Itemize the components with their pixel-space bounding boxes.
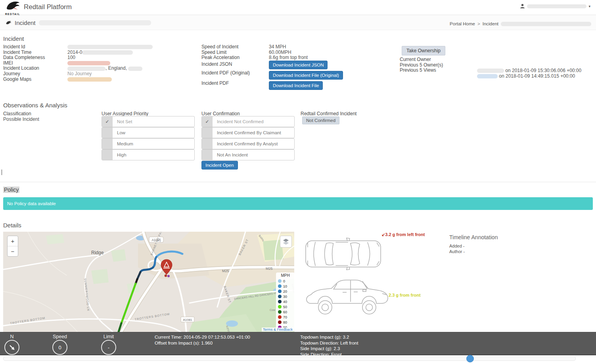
confirmation-option-analyst[interactable]: Incident Confirmed By Analyst [201, 138, 295, 149]
legend-swatch [278, 305, 282, 309]
compass-arrow-icon [8, 343, 16, 351]
ownership-labels: Current Owner Previous 5 Owner(s) Previo… [400, 57, 443, 73]
confirmation-option-not-confirmed[interactable]: ✓ Incident Not Confirmed [201, 116, 295, 127]
incident-id-label: Incident Id [3, 44, 45, 50]
current-owner-label: Current Owner [400, 57, 443, 63]
download-incident-file-original-button[interactable]: Download Incident File (Original) [269, 71, 343, 80]
legend-label: 50 [283, 305, 287, 309]
map-label-a1081: A1081 [183, 318, 192, 322]
legend-label: 40 [283, 300, 287, 304]
checkbox-icon [102, 150, 113, 160]
confirmation-option-label: Incident Confirmed By Analyst [217, 141, 278, 146]
speed-limit-label: Speed Limit [201, 50, 240, 55]
zoom-out-button[interactable]: − [8, 246, 18, 256]
redtail-logo[interactable]: REDTAIL TELEMATICS [5, 1, 21, 17]
car-side-diagram [305, 278, 392, 316]
checkbox-icon [202, 150, 213, 160]
topdown-direction-value: Topdown Direction: Left front [300, 340, 358, 346]
journey-label: Journey [3, 71, 45, 77]
priority-option-high[interactable]: High [102, 149, 195, 160]
legend-row: 60 [276, 309, 294, 314]
redtail-bird-icon [5, 1, 20, 11]
no-policy-alert-text: No Policy data available [7, 201, 56, 206]
priority-option-medium[interactable]: Medium [102, 138, 195, 149]
legend-label: 60 [283, 310, 287, 314]
download-incident-file-button[interactable]: Download Incident File [269, 81, 323, 90]
previous-views-list: on 2018-01-09 15:30:06.006 +00:00 on 201… [477, 68, 581, 79]
limit-gauge-value: - [101, 340, 116, 355]
playback-bar: N 124° Speed 0 MPH Limit - MPH Current T… [0, 332, 596, 355]
map-layers-button[interactable] [280, 236, 292, 248]
confirmation-option-claimant[interactable]: Incident Confirmed By Claimant [201, 127, 295, 138]
peak-acceleration-label: Peak Acceleration [201, 55, 240, 61]
speed-legend-title: MPH [276, 273, 294, 278]
legend-swatch [278, 320, 282, 324]
incident-mid-values: 34 MPH 60.00MPH 8.6g from top front [269, 44, 308, 61]
compass-gauge: N 124° [3, 334, 21, 358]
timeline-added: Added - [449, 243, 465, 249]
user-icon [520, 4, 525, 9]
app-title: Redtail Platform [24, 3, 72, 11]
legend-label: 80 [283, 320, 287, 324]
incident-field-values: 2014-0 100 , England, No Journey [67, 44, 153, 82]
topdown-impact-value: Topdown Impact (g): 3.2 [300, 334, 358, 340]
legend-label: 20 [283, 290, 287, 293]
legend-swatch [278, 315, 282, 319]
priority-option-label: Low [117, 130, 125, 135]
map-label-cow: Cow [270, 309, 276, 311]
user-menu[interactable]: ▾ [520, 4, 590, 9]
location-part1-redacted [67, 67, 105, 71]
incident-open-button[interactable]: Incident Open [201, 161, 238, 170]
previous-views-label: Previous 5 Views [400, 68, 443, 73]
checkbox-icon [102, 139, 113, 149]
data-completeness-label: Data Completeness [3, 55, 45, 61]
view-timestamp: on 2018-01-09 14:49:15.015 +00:00 [499, 73, 575, 79]
redtail-platform-page: REDTAIL TELEMATICS Redtail Platform ▾ In… [0, 0, 596, 364]
download-incident-json-button[interactable]: Download Incident JSON [269, 61, 328, 69]
legend-row: 80 [276, 320, 294, 325]
incident-time-redacted [82, 50, 133, 55]
legend-label: 70 [283, 315, 287, 319]
speed-of-incident-label: Speed of Incident [201, 44, 240, 50]
map-label-m25: M25 [222, 269, 229, 273]
map-label-a1081-badge: A1081 [181, 317, 194, 322]
priority-option-low[interactable]: Low [102, 127, 195, 138]
confirmation-option-label: Incident Not Confirmed [217, 119, 264, 124]
take-ownership-button[interactable]: Take Ownership [402, 46, 445, 55]
checkbox-checked-icon: ✓ [102, 116, 113, 127]
topdown-impact-annotation: ↙3.2 g from left front [381, 232, 425, 237]
priority-option-not-set[interactable]: ✓ Not Set [102, 116, 195, 127]
legend-label: 0 [283, 279, 285, 283]
viewer-name-redacted [477, 69, 504, 73]
timeline-author: Author - [449, 249, 465, 254]
incident-map[interactable]: Ridge A1(M) M25 M25 BARNET BY PASS SUMME… [3, 232, 294, 332]
current-time-text: Current Time: 2014-05-29 07:12:53.053 +0… [155, 334, 250, 340]
zoom-in-button[interactable]: + [8, 236, 18, 246]
checkbox-checked-icon: ✓ [202, 116, 213, 127]
location-part2-redacted [128, 67, 142, 71]
legend-row: 50 [276, 304, 294, 309]
priority-option-label: Not Set [117, 119, 132, 124]
timeline-slider-track[interactable] [3, 356, 576, 361]
google-maps-link-redacted[interactable] [67, 77, 112, 82]
legend-swatch [278, 310, 282, 314]
checkbox-icon [202, 139, 213, 149]
incident-json-label: Incident JSON [201, 61, 232, 67]
speed-gauge-label: Speed [51, 334, 69, 340]
legend-swatch [278, 295, 282, 298]
map-terms-link[interactable]: Terms & Feedback [262, 328, 294, 332]
confirmation-option-not-an-incident[interactable]: Not An Incident [201, 149, 295, 160]
priority-option-label: High [117, 152, 126, 157]
legend-row: 30 [276, 294, 294, 299]
legend-row: 10 [276, 284, 294, 289]
page-title-text: Incident [15, 19, 36, 26]
timeline-annotation-heading: Timeline Annotation [449, 234, 498, 240]
breadcrumb-portal-home[interactable]: Portal Home [450, 21, 475, 26]
no-policy-alert: No Policy data available [3, 197, 593, 210]
time-info: Current Time: 2014-05-29 07:12:53.053 +0… [155, 334, 250, 346]
view-entry: on 2018-01-09 15:30:06.006 +00:00 [477, 68, 581, 74]
timeline-slider-handle[interactable] [466, 355, 474, 362]
side-impact-value: Side Impact (g): 2.3 [300, 346, 358, 352]
confirmation-option-label: Not An Incident [217, 152, 248, 157]
priority-group-label: User Assigned Priority [102, 111, 148, 116]
